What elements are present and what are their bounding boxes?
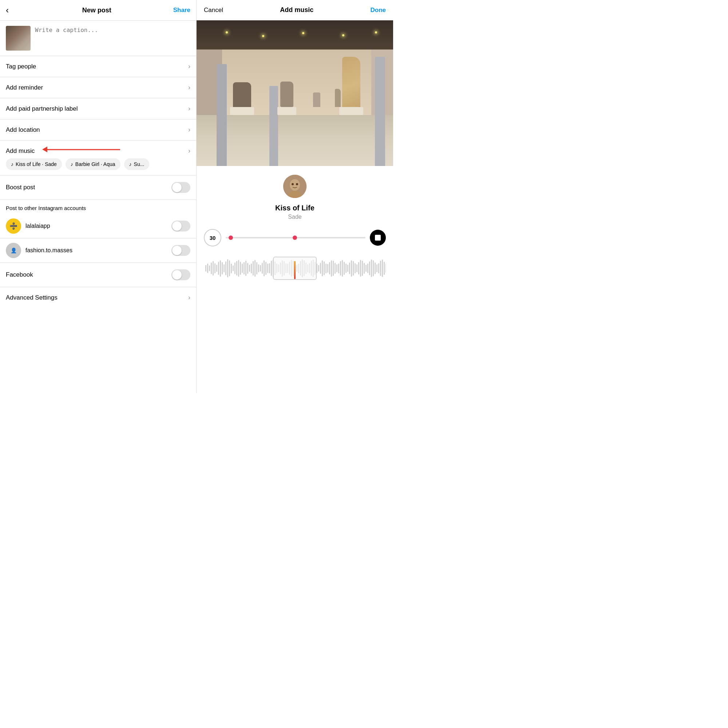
- music-chip-3[interactable]: ♪ Su...: [124, 158, 150, 170]
- thumbnail-image: [6, 26, 31, 50]
- caption-input[interactable]: [35, 26, 190, 47]
- page-title: New post: [82, 6, 112, 14]
- account-row-1: ➗ lalalaiapp: [0, 214, 196, 239]
- column-3: [375, 57, 385, 166]
- column-1: [217, 64, 227, 166]
- ceiling-light: [226, 31, 228, 34]
- music-chips-container: ♪ Kiss of Life · Sade ♪ Barbie Girl · Aq…: [0, 158, 196, 175]
- boost-post-toggle[interactable]: [171, 182, 190, 193]
- svg-point-4: [296, 183, 298, 185]
- chevron-right-icon: ›: [188, 126, 190, 134]
- account-row-2: 👤 fashion.to.masses: [0, 239, 196, 263]
- chevron-right-icon: ›: [188, 63, 190, 70]
- music-chip-1[interactable]: ♪ Kiss of Life · Sade: [6, 158, 62, 170]
- tag-people-label: Tag people: [6, 63, 36, 70]
- progress-dot-mid: [293, 236, 297, 240]
- account-toggle-2[interactable]: [171, 245, 190, 256]
- add-paid-partnership-label: Add paid partnership label: [6, 105, 78, 112]
- cancel-button[interactable]: Cancel: [204, 6, 223, 14]
- advanced-settings-row[interactable]: Advanced Settings ›: [0, 287, 196, 308]
- stop-icon: [375, 235, 381, 241]
- playback-controls: 30: [204, 229, 386, 246]
- left-panel: ‹ New post Share Tag people › Add remind…: [0, 0, 197, 393]
- tag-people-row[interactable]: Tag people ›: [0, 56, 196, 77]
- pedestal-3: [339, 107, 363, 115]
- share-button[interactable]: Share: [173, 6, 190, 14]
- ceiling-light: [302, 32, 304, 34]
- back-button[interactable]: ‹: [6, 5, 20, 15]
- svg-point-3: [292, 183, 294, 185]
- music-player-section: Kiss of Life Sade 30: [197, 166, 393, 393]
- progress-dot-start: [229, 236, 233, 240]
- add-location-row[interactable]: Add location ›: [0, 119, 196, 141]
- add-music-title: Add music: [280, 6, 314, 14]
- waveform-selection: [273, 257, 317, 280]
- facebook-label: Facebook: [6, 271, 33, 278]
- account-name-2: fashion.to.masses: [26, 247, 72, 254]
- post-thumbnail: [6, 26, 31, 50]
- ceiling-light: [262, 35, 264, 37]
- waveform-container[interactable]: [204, 254, 386, 283]
- sculpture-bg-2: [335, 89, 341, 107]
- add-music-row[interactable]: Add music ›: [0, 141, 196, 158]
- account-info-1: ➗ lalalaiapp: [6, 219, 50, 234]
- arrow-head-icon: [42, 147, 47, 153]
- add-music-header: Cancel Add music Done: [197, 0, 393, 20]
- chevron-right-icon: ›: [188, 147, 190, 155]
- chevron-right-icon: ›: [188, 84, 190, 91]
- sculpture-bg-1: [313, 92, 320, 107]
- museum-background: [197, 20, 393, 166]
- arrow-indicator: [47, 149, 120, 150]
- add-location-label: Add location: [6, 126, 40, 134]
- add-music-section: Add music › ♪ Kiss of Life · Sade ♪ Barb…: [0, 141, 196, 176]
- account-avatar-2: 👤: [6, 243, 21, 258]
- waveform-highlight-bar: [294, 261, 295, 279]
- duration-circle: 30: [204, 229, 221, 246]
- artist-name: Sade: [288, 214, 301, 220]
- toggle-knob: [172, 246, 182, 255]
- avatar-icon: 👤: [11, 248, 17, 253]
- advanced-settings-label: Advanced Settings: [6, 294, 58, 301]
- artist-photo: [283, 175, 306, 198]
- caption-area: [0, 21, 196, 56]
- toggle-knob: [172, 183, 182, 192]
- museum-photo: [197, 20, 393, 166]
- progress-bar[interactable]: [226, 237, 366, 239]
- post-to-other-label: Post to other Instagram accounts: [0, 200, 196, 214]
- ceiling-light: [342, 34, 344, 37]
- column-2: [269, 86, 278, 166]
- facebook-toggle[interactable]: [171, 269, 190, 280]
- music-note-icon: ♪: [11, 161, 14, 167]
- add-paid-partnership-row[interactable]: Add paid partnership label ›: [0, 98, 196, 119]
- music-chip-label: Su...: [134, 161, 145, 167]
- account-avatar-1: ➗: [6, 219, 21, 234]
- stop-button[interactable]: [370, 230, 386, 246]
- duration-value: 30: [210, 235, 216, 241]
- ceiling-light: [375, 31, 377, 34]
- music-note-icon: ♪: [129, 161, 132, 167]
- toggle-knob: [172, 221, 182, 231]
- song-title: Kiss of Life: [275, 204, 315, 212]
- done-button[interactable]: Done: [370, 6, 386, 14]
- avatar-icon: ➗: [9, 222, 17, 230]
- pedestal-2: [277, 107, 296, 115]
- boost-post-row: Boost post: [0, 176, 196, 200]
- artist-avatar: [283, 175, 306, 198]
- music-chip-label: Barbie Girl · Aqua: [75, 161, 115, 167]
- chevron-right-icon: ›: [188, 105, 190, 112]
- facebook-row: Facebook: [0, 263, 196, 287]
- chevron-right-icon: ›: [188, 294, 190, 301]
- sculpture-3: [342, 57, 360, 115]
- sculpture-2: [280, 81, 294, 107]
- boost-post-label: Boost post: [6, 184, 35, 191]
- add-reminder-label: Add reminder: [6, 84, 43, 91]
- add-music-label: Add music: [6, 147, 35, 155]
- right-panel: Cancel Add music Done: [197, 0, 393, 393]
- add-reminder-row[interactable]: Add reminder ›: [0, 77, 196, 98]
- account-toggle-1[interactable]: [171, 220, 190, 231]
- music-chip-2[interactable]: ♪ Barbie Girl · Aqua: [66, 158, 121, 170]
- music-note-icon: ♪: [70, 161, 73, 167]
- account-info-2: 👤 fashion.to.masses: [6, 243, 72, 258]
- svg-point-1: [290, 179, 300, 191]
- pedestal-1: [230, 107, 254, 115]
